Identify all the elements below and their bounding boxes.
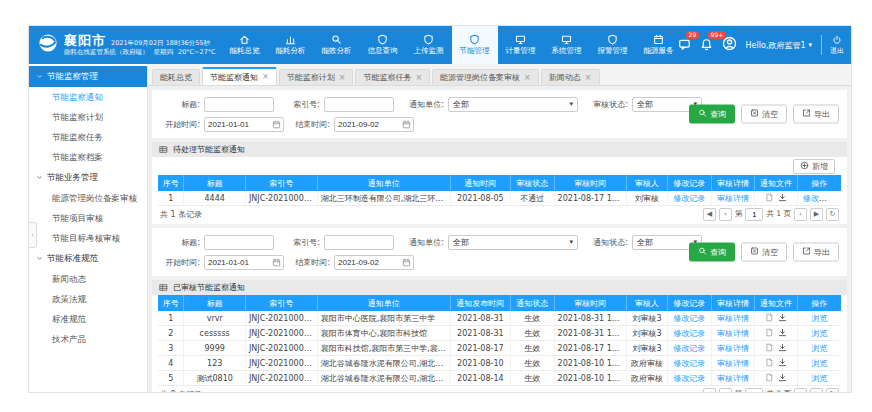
download-icon[interactable]	[778, 313, 787, 322]
last-page-button[interactable]: ▶	[810, 208, 823, 221]
modify-link[interactable]: 修改	[803, 194, 819, 203]
modify-record-link[interactable]: 修改记录	[673, 359, 705, 368]
nav-item[interactable]: 上传监测	[406, 26, 452, 64]
browse-link[interactable]: 浏览	[811, 314, 827, 323]
tab-close-icon[interactable]: ×	[524, 74, 531, 82]
tab[interactable]: 节能监察任务×	[355, 69, 430, 85]
modify-record-link[interactable]: 修改记录	[673, 374, 705, 383]
tab[interactable]: 节能监察通知×	[202, 67, 277, 85]
audit-detail-link[interactable]: 审核详情	[717, 359, 749, 368]
pagination: ◀‹第共 2 页›▶↻	[703, 388, 839, 393]
last-page-button[interactable]: ▶	[810, 388, 823, 393]
title-input[interactable]	[204, 97, 274, 112]
calendar-icon[interactable]	[272, 258, 281, 267]
download-icon[interactable]	[778, 193, 787, 202]
tab[interactable]: 能源管理岗位备案审核×	[432, 69, 539, 85]
sidebar-item[interactable]: 节能监察任务	[29, 127, 147, 147]
audit-detail-link[interactable]: 审核详情	[717, 374, 749, 383]
tab-close-icon[interactable]: ×	[339, 74, 346, 82]
sidebar-item[interactable]: 能源管理岗位备案审核	[29, 188, 147, 208]
alerts-button[interactable]: 99+	[700, 36, 713, 55]
logout-button[interactable]: 退出	[821, 35, 844, 56]
first-page-button[interactable]: ◀	[703, 208, 716, 221]
modify-record-link[interactable]: 修改记录	[673, 194, 705, 203]
nav-item[interactable]: 报警管理	[590, 26, 636, 64]
tab-close-icon[interactable]: ×	[585, 74, 592, 82]
nav-item[interactable]: 信息查询	[360, 26, 406, 64]
notify-unit-select[interactable]: 全部 ▾	[448, 97, 578, 112]
nav-item[interactable]: 能效分析	[314, 26, 360, 64]
export-button[interactable]: 导出	[793, 105, 839, 124]
sidebar-item[interactable]: 节能监察档案	[29, 147, 147, 167]
export-button[interactable]: 导出	[793, 243, 839, 262]
prev-page-button[interactable]: ‹	[719, 388, 732, 393]
first-page-button[interactable]: ◀	[703, 388, 716, 393]
modify-record-link[interactable]: 修改记录	[673, 329, 705, 338]
tab[interactable]: 节能监察计划×	[279, 69, 354, 85]
next-page-button[interactable]: ›	[794, 208, 807, 221]
index-input[interactable]	[324, 97, 394, 112]
sidebar-group-1[interactable]: 节能业务管理	[29, 167, 147, 188]
sidebar-item[interactable]: 节能监察计划	[29, 107, 147, 127]
add-notice-button[interactable]: 新增	[793, 159, 835, 174]
sidebar-item[interactable]: 标准规范	[29, 309, 147, 329]
tab[interactable]: 新闻动态×	[541, 69, 600, 85]
refresh-button[interactable]: ↻	[826, 208, 839, 221]
clear-button[interactable]: 清空	[741, 243, 787, 262]
browse-link[interactable]: 浏览	[811, 344, 827, 353]
cell-audit-time: 2021-08-17 11:04:06	[554, 341, 626, 356]
nav-item[interactable]: 节能管理	[452, 26, 498, 64]
sidebar-item[interactable]: 节能监察通知	[29, 87, 147, 107]
notify-unit-select[interactable]: 全部 ▾	[448, 235, 578, 250]
clear-button[interactable]: 清空	[741, 105, 787, 124]
query-button[interactable]: 查询	[689, 105, 735, 124]
index-input[interactable]	[324, 235, 394, 250]
tab[interactable]: 能耗总览	[152, 69, 200, 85]
audit-detail-link[interactable]: 审核详情	[717, 329, 749, 338]
download-icon[interactable]	[778, 358, 787, 367]
sidebar-group-2[interactable]: 节能标准规范	[29, 248, 147, 269]
scan-icon	[331, 34, 342, 45]
browse-link[interactable]: 浏览	[811, 329, 827, 338]
table-row: 4123JNJC-2021000007湖北谷城春隆水泥有限公司,湖北广发纸业有限…	[158, 356, 841, 371]
sidebar-item[interactable]: 技术产品	[29, 329, 147, 349]
audit-detail-link[interactable]: 审核详情	[717, 194, 749, 203]
sidebar-item[interactable]: 新闻动态	[29, 269, 147, 289]
next-page-button[interactable]: ›	[794, 388, 807, 393]
tab-close-icon[interactable]: ×	[262, 73, 269, 81]
download-icon[interactable]	[778, 328, 787, 337]
calendar-icon[interactable]	[402, 120, 411, 129]
calendar-icon[interactable]	[402, 258, 411, 267]
download-icon[interactable]	[778, 343, 787, 352]
grid-icon	[159, 145, 168, 154]
sidebar-item[interactable]: 政策法规	[29, 289, 147, 309]
page-input[interactable]	[745, 388, 763, 393]
nav-item[interactable]: 系统管理	[544, 26, 590, 64]
sidebar-item[interactable]: 节能目标考核审核	[29, 228, 147, 248]
tab-close-icon[interactable]: ×	[415, 74, 422, 82]
browse-link[interactable]: 浏览	[811, 374, 827, 383]
title-input[interactable]	[204, 235, 274, 250]
prev-page-button[interactable]: ‹	[719, 208, 732, 221]
modify-record-link[interactable]: 修改记录	[673, 314, 705, 323]
sidebar-group-0[interactable]: 节能监察管理	[29, 66, 147, 87]
user-menu[interactable]: Hello,政府监管1 ▾	[746, 40, 812, 51]
audit-detail-link[interactable]: 审核详情	[717, 314, 749, 323]
sidebar-collapse-toggle[interactable]: ‹	[29, 222, 37, 248]
page-input[interactable]	[745, 208, 763, 221]
audit-detail-link[interactable]: 审核详情	[717, 344, 749, 353]
cell-title: 4444	[184, 191, 245, 206]
download-icon[interactable]	[778, 373, 787, 382]
calendar-icon[interactable]	[272, 120, 281, 129]
cell-modify-record: 修改记录	[667, 356, 711, 371]
modify-record-link[interactable]: 修改记录	[673, 344, 705, 353]
nav-item[interactable]: 能耗分析	[268, 26, 314, 64]
query-button[interactable]: 查询	[689, 243, 735, 262]
nav-item[interactable]: 计量管理	[498, 26, 544, 64]
sidebar-item[interactable]: 节能项目审核	[29, 208, 147, 228]
nav-item[interactable]: 能耗总览	[222, 26, 268, 64]
refresh-button[interactable]: ↻	[826, 388, 839, 393]
messages-button[interactable]: 29	[678, 36, 691, 55]
browse-link[interactable]: 浏览	[811, 359, 827, 368]
cell-auditor: 刘审核3	[627, 311, 668, 326]
